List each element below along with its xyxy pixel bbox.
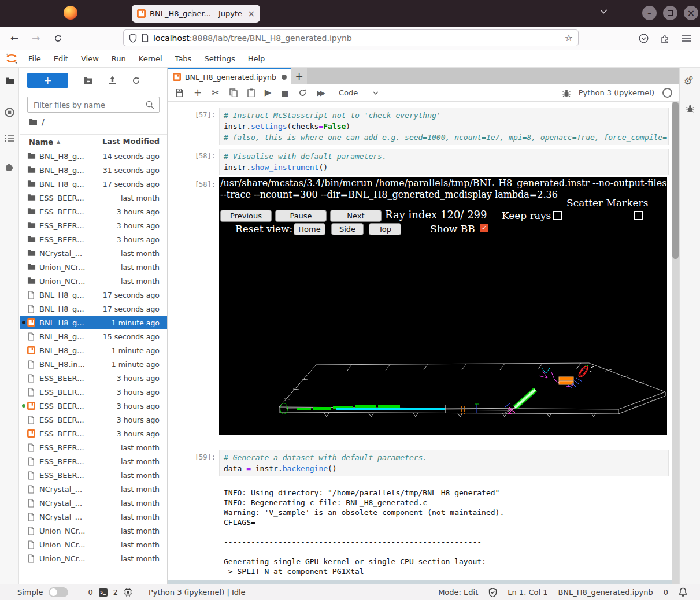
trust-shield-icon[interactable] — [488, 588, 497, 597]
breadcrumb-root[interactable]: / — [42, 117, 45, 127]
unsaved-changes-dot[interactable] — [282, 75, 287, 80]
file-row-file[interactable]: ESS_BEER...last month — [20, 468, 167, 482]
paste-cells-button[interactable] — [247, 88, 255, 97]
kernel-name[interactable]: Python 3 (ipykernel) — [579, 88, 654, 97]
back-button[interactable]: ← — [10, 27, 18, 50]
cursor-position[interactable]: Ln 1, Col 1 — [508, 588, 547, 597]
show-bb-checkbox[interactable]: ✓ — [480, 224, 488, 232]
scrollbar-thumb[interactable] — [672, 102, 679, 259]
interrupt-kernel-button[interactable]: ■ — [281, 89, 288, 97]
file-row-file[interactable]: ESS_BEER...3 hours ago — [20, 413, 167, 427]
terminal-icon[interactable]: s_ — [99, 588, 108, 597]
menu-tabs[interactable]: Tabs — [169, 54, 198, 63]
file-row-file[interactable]: Union_NCr...last month — [20, 538, 167, 551]
file-row-folder[interactable]: Union_NCr...last month — [20, 274, 167, 288]
list-tabs-chevron-icon[interactable] — [600, 9, 608, 14]
code-cell-58[interactable]: [58]: # Visualise with default parameter… — [168, 149, 672, 175]
notebook-horizontal-scrollbar[interactable] — [168, 580, 672, 584]
file-row-file[interactable]: NCrystal_...last month — [20, 482, 167, 496]
file-row-folder[interactable]: BNL_H8_g...14 seconds ago — [20, 149, 167, 163]
file-browser-tab-icon[interactable] — [0, 77, 19, 85]
run-cell-button[interactable]: ▶ — [265, 88, 272, 97]
view-top-button[interactable]: Top — [369, 223, 401, 235]
file-row-file[interactable]: ESS_BEER...3 hours ago — [20, 385, 167, 399]
save-button[interactable] — [175, 88, 184, 97]
file-row-notebook[interactable]: BNL_H8_g...1 minute ago — [20, 316, 167, 329]
window-minimize-button[interactable]: – — [642, 6, 657, 20]
file-row-file[interactable]: ESS_BEER...last month — [20, 440, 167, 454]
extensions-puzzle-icon[interactable] — [660, 27, 670, 50]
code-cell-57[interactable]: [57]: # Instruct McStasscript not to 'ch… — [168, 108, 672, 145]
menu-settings[interactable]: Settings — [198, 54, 241, 63]
menu-view[interactable]: View — [75, 54, 105, 63]
file-row-folder[interactable]: Union_NCr...last month — [20, 260, 167, 274]
table-of-contents-tab-icon[interactable] — [0, 135, 19, 142]
file-row-folder[interactable]: NCrystal_...last month — [20, 246, 167, 260]
window-maximize-button[interactable] — [663, 6, 677, 20]
shield-icon[interactable] — [129, 34, 137, 43]
reload-button[interactable] — [54, 27, 62, 50]
menu-edit[interactable]: Edit — [47, 54, 75, 63]
statusbar-filename[interactable]: BNL_H8_generated.ipynb — [558, 588, 653, 597]
pocket-icon[interactable] — [639, 27, 649, 50]
file-row-file[interactable]: Union_NCr...last month — [20, 524, 167, 538]
scatter-markers-checkbox[interactable] — [634, 211, 643, 220]
window-close-button[interactable]: × — [684, 6, 698, 20]
ray-previous-button[interactable]: Previous — [220, 210, 272, 222]
file-row-notebook[interactable]: ESS_BEER...3 hours ago — [20, 427, 167, 440]
file-filter-box[interactable] — [27, 97, 160, 113]
restart-kernel-button[interactable] — [298, 88, 307, 97]
new-notebook-tab-button[interactable]: + — [291, 68, 307, 84]
kernel-status-text[interactable]: Python 3 (ipykernel) | Idle — [149, 588, 246, 597]
hamburger-menu-icon[interactable] — [682, 27, 691, 50]
property-inspector-gears-icon[interactable]: ⚙⚙ — [680, 76, 700, 87]
debugger-sidebar-bug-icon[interactable] — [680, 105, 700, 113]
notebook-tab[interactable]: BNL_H8_generated.ipynb — [168, 68, 291, 84]
view-home-button[interactable]: Home — [294, 223, 325, 235]
file-row-file[interactable]: ESS_BEER...last month — [20, 454, 167, 468]
view-side-button[interactable]: Side — [331, 223, 364, 235]
file-row-file[interactable]: NCrystal_...last month — [20, 510, 167, 524]
code-editor-58[interactable]: # Visualise with default parameters.inst… — [219, 149, 669, 175]
modified-column-header[interactable]: Last Modified — [88, 135, 167, 149]
breadcrumb[interactable]: / — [20, 115, 167, 129]
bookmark-star-icon[interactable]: ☆ — [565, 32, 573, 43]
file-row-file[interactable]: ESS_BEER...3 hours ago — [20, 371, 167, 385]
file-row-folder[interactable]: BNL_H8_g...17 seconds ago — [20, 177, 167, 191]
kernel-status-icon[interactable] — [662, 88, 672, 98]
page-info-icon[interactable] — [142, 34, 149, 42]
upload-button[interactable] — [108, 76, 117, 85]
keep-rays-checkbox[interactable] — [553, 211, 562, 220]
cut-cells-button[interactable]: ✂ — [212, 88, 219, 98]
bell-icon[interactable] — [679, 587, 687, 597]
file-row-folder[interactable]: ESS_BEER...last month — [20, 191, 167, 205]
running-kernels-tab-icon[interactable] — [0, 108, 19, 117]
file-row-folder[interactable]: ESS_BEER...3 hours ago — [20, 205, 167, 218]
menu-file[interactable]: File — [22, 54, 47, 63]
code-cell-59[interactable]: [59]: # Generate a dataset with default … — [168, 450, 672, 476]
url-bar[interactable]: localhost:8888/lab/tree/BNL_H8_generated… — [123, 29, 579, 46]
file-row-folder[interactable]: BNL_H8_g...31 seconds ago — [20, 163, 167, 177]
kernel-chip-icon[interactable] — [124, 588, 132, 597]
ray-pause-button[interactable]: Pause — [275, 210, 327, 222]
forward-button[interactable]: → — [32, 27, 40, 50]
debugger-bug-icon[interactable] — [562, 89, 571, 97]
copy-cells-button[interactable] — [229, 88, 238, 97]
file-row-file[interactable]: BNL_H8.in...1 minute ago — [20, 357, 167, 371]
simple-mode-toggle[interactable] — [49, 587, 68, 597]
cell-type-select[interactable]: Code — [339, 88, 379, 97]
menu-kernel[interactable]: Kernel — [132, 54, 169, 63]
file-row-notebook[interactable]: ESS_BEER...3 hours ago — [20, 399, 167, 413]
file-filter-input[interactable] — [32, 100, 146, 110]
file-row-folder[interactable]: ESS_BEER...3 hours ago — [20, 232, 167, 246]
ray-next-button[interactable]: Next — [330, 210, 382, 222]
file-row-file[interactable]: BNL_H8_g...17 seconds ago — [20, 302, 167, 316]
file-row-notebook[interactable]: BNL_H8_g...1 minute ago — [20, 343, 167, 357]
new-folder-button[interactable] — [83, 76, 93, 84]
restart-run-all-button[interactable]: ▶▶ — [317, 90, 323, 97]
tab-close-icon[interactable]: × — [247, 9, 255, 19]
url-text[interactable]: localhost:8888/lab/tree/BNL_H8_generated… — [153, 34, 560, 43]
code-editor-57[interactable]: # Instruct McStasscript not to 'check ev… — [219, 108, 669, 145]
mode-indicator[interactable]: Mode: Edit — [438, 588, 478, 597]
menu-help[interactable]: Help — [242, 54, 272, 63]
